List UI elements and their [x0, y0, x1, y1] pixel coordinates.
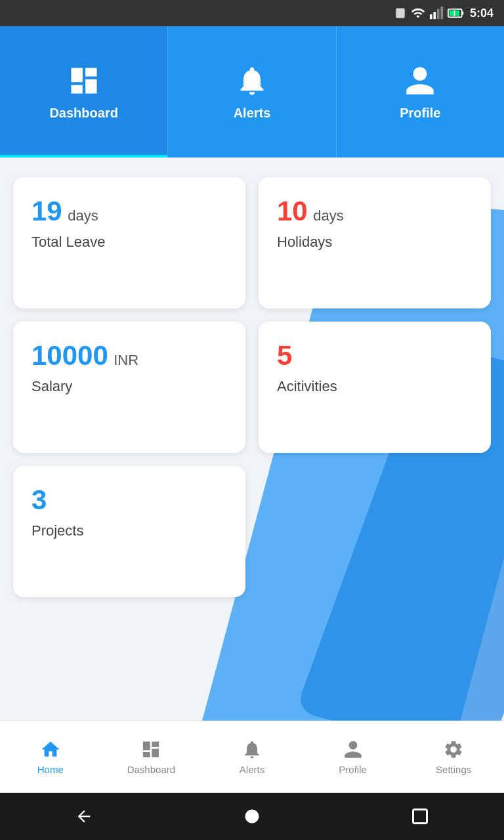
bottom-nav-home[interactable]: Home: [0, 739, 101, 775]
svg-rect-0: [396, 9, 404, 18]
svg-rect-1: [430, 14, 432, 19]
bottom-nav-alerts[interactable]: Alerts: [201, 739, 303, 775]
settings-gear-icon: [443, 739, 464, 760]
top-nav-dashboard-label: Dashboard: [49, 106, 117, 121]
card-total-leave-number-row: 19 days: [32, 196, 227, 227]
svg-point-9: [245, 810, 259, 824]
back-arrow-icon: [75, 807, 93, 826]
status-time: 5:04: [470, 7, 494, 20]
holidays-unit: days: [313, 207, 343, 224]
recents-square-icon: [411, 807, 429, 826]
card-holidays[interactable]: 10 days Holidays: [259, 177, 491, 308]
activities-number: 5: [277, 340, 292, 371]
card-total-leave[interactable]: 19 days Total Leave: [13, 177, 245, 308]
card-activities[interactable]: 5 Acitivities: [259, 322, 491, 453]
projects-number: 3: [32, 484, 47, 515]
alerts-bell-icon: [235, 64, 269, 98]
main-content: 19 days Total Leave 10 days Holidays 100…: [0, 158, 504, 721]
svg-rect-3: [437, 9, 440, 20]
salary-label: Salary: [32, 378, 227, 395]
bottom-alerts-icon: [242, 739, 262, 760]
top-nav-dashboard[interactable]: Dashboard: [0, 26, 168, 158]
status-bar: 5:04: [0, 0, 504, 26]
salary-unit: INR: [114, 352, 138, 368]
card-projects-number-row: 3: [32, 484, 227, 516]
bottom-nav-dashboard-label: Dashboard: [127, 764, 175, 775]
bottom-nav-alerts-label: Alerts: [240, 764, 264, 775]
bottom-nav-settings[interactable]: Settings: [403, 739, 504, 775]
salary-number: 10000: [32, 340, 108, 371]
bottom-nav-home-label: Home: [37, 764, 64, 775]
holidays-number: 10: [277, 196, 308, 226]
top-nav-alerts[interactable]: Alerts: [168, 26, 336, 158]
top-nav-profile-label: Profile: [400, 106, 440, 121]
svg-rect-10: [413, 810, 427, 824]
activities-label: Acitivities: [277, 378, 472, 395]
android-back-button[interactable]: [74, 806, 94, 827]
bottom-dashboard-icon: [140, 739, 161, 760]
holidays-label: Holidays: [277, 234, 472, 251]
top-nav-profile[interactable]: Profile: [337, 26, 504, 158]
projects-label: Projects: [32, 522, 227, 539]
svg-rect-4: [440, 7, 443, 19]
bottom-profile-icon: [343, 739, 364, 760]
svg-rect-6: [462, 11, 464, 14]
top-nav: Dashboard Alerts Profile: [0, 26, 504, 158]
card-activities-number-row: 5: [277, 340, 472, 371]
bottom-nav-profile-label: Profile: [339, 764, 367, 775]
cards-grid: 19 days Total Leave 10 days Holidays 100…: [13, 177, 491, 597]
home-icon: [40, 739, 61, 760]
total-leave-unit: days: [68, 207, 98, 224]
bottom-nav-dashboard[interactable]: Dashboard: [101, 739, 202, 775]
svg-rect-2: [433, 12, 436, 19]
card-salary-number-row: 10000 INR: [32, 340, 227, 371]
wifi-icon: [411, 6, 425, 20]
bottom-nav-profile[interactable]: Profile: [303, 739, 404, 775]
dashboard-icon: [67, 64, 101, 98]
sim-icon: [394, 7, 407, 20]
total-leave-number: 19: [32, 196, 62, 226]
bottom-nav: Home Dashboard Alerts Profile Settings: [0, 721, 504, 793]
total-leave-label: Total Leave: [32, 234, 227, 251]
card-projects[interactable]: 3 Projects: [13, 466, 245, 597]
profile-person-icon: [403, 64, 437, 98]
android-home-circle-icon: [243, 807, 261, 826]
android-nav-bar: [0, 793, 504, 840]
status-icons: [394, 6, 465, 20]
top-nav-alerts-label: Alerts: [234, 106, 271, 121]
battery-icon: [448, 7, 465, 20]
android-home-button[interactable]: [242, 806, 262, 827]
android-recents-button[interactable]: [410, 806, 430, 827]
card-salary[interactable]: 10000 INR Salary: [13, 322, 245, 453]
card-holidays-number-row: 10 days: [277, 196, 472, 227]
bottom-nav-settings-label: Settings: [436, 764, 471, 775]
signal-icon: [429, 6, 444, 20]
